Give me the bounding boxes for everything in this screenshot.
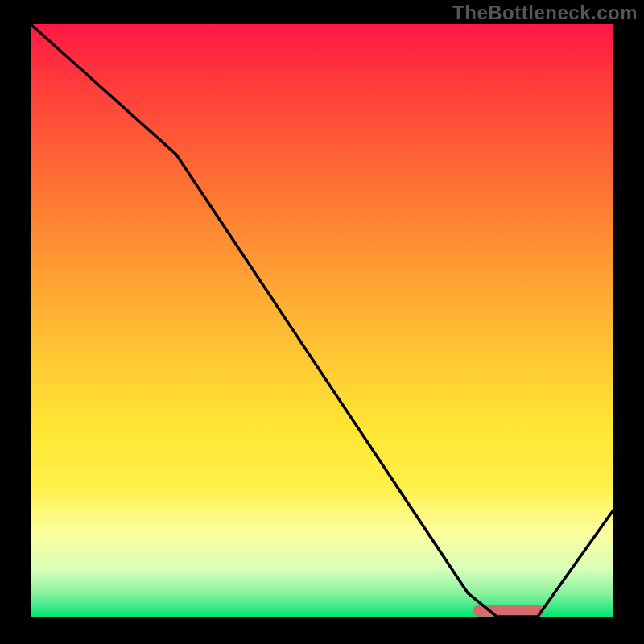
plot-background <box>31 24 613 617</box>
watermark-text: TheBottleneck.com <box>452 2 638 24</box>
chart-frame: TheBottleneck.com <box>0 0 644 644</box>
bottleneck-chart <box>0 0 644 644</box>
